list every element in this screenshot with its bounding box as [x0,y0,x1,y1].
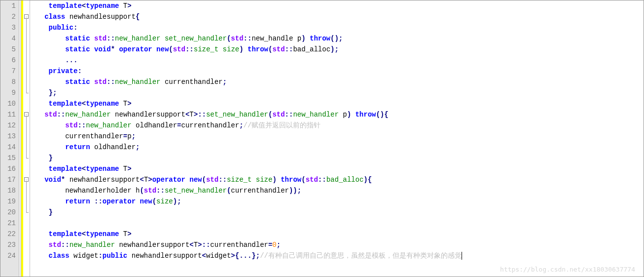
line-number: 15 [3,153,16,163]
line-number: 16 [3,163,16,174]
line-number: 3 [3,22,16,33]
line-number: 12 [3,120,16,131]
code-line[interactable]: }; [32,87,644,98]
line-number: 1 [3,0,16,11]
line-number: 10 [3,98,16,109]
line-number: 13 [3,131,16,142]
code-line[interactable]: std::new_handler oldhandler=currenthandl… [32,120,644,131]
watermark: https://blog.csdn.net/xx18030637774 [500,266,635,273]
code-line[interactable]: std::new_handler newhandlersupport<T>::s… [32,109,644,120]
code-line[interactable]: static std::new_handler currenthandler; [32,77,644,87]
line-number: 17 [3,174,16,185]
fold-toggle[interactable]: - [24,14,29,19]
line-number: 6 [3,55,16,66]
code-line[interactable]: void* newhandlersupport<T>operator new(s… [32,174,644,185]
line-number: 4 [3,33,16,44]
line-number: 24 [3,250,16,261]
line-number: 11 [3,109,16,120]
line-number: 2 [3,11,16,22]
line-gutter: 123456789101112131415161718192021222324 [0,0,19,277]
line-number: 20 [3,207,16,218]
code-line[interactable]: } [32,153,644,163]
code-line[interactable]: template<typename T> [32,163,644,174]
fold-column[interactable]: --- [23,0,30,277]
line-number: 7 [3,66,16,77]
fold-toggle[interactable]: - [24,177,29,182]
line-number: 8 [3,77,16,87]
code-line[interactable]: ... [32,55,644,66]
code-line[interactable]: return oldhandler; [32,142,644,153]
text-cursor [462,252,462,260]
code-line[interactable]: public: [32,22,644,33]
line-number: 14 [3,142,16,153]
code-area[interactable]: template<typename T> class newhandlesupp… [30,0,644,277]
code-line[interactable]: template<typename T> [32,98,644,109]
code-line[interactable]: private: [32,66,644,77]
code-line[interactable] [32,218,644,229]
line-number: 5 [3,44,16,55]
code-line[interactable]: class newhandlesupport{ [32,11,644,22]
line-number: 19 [3,196,16,207]
code-line[interactable]: } [32,207,644,218]
code-editor: 123456789101112131415161718192021222324 … [0,0,644,277]
code-line[interactable]: template<typename T> [32,229,644,239]
code-line[interactable]: std::new_handler newhandlersupport<T>::c… [32,239,644,250]
line-number: 23 [3,239,16,250]
code-line[interactable]: newhandlerholder h(std::set_new_handler(… [32,185,644,196]
code-line[interactable]: class widget:public newhandlersupport<wi… [32,250,644,261]
code-line[interactable]: template<typename T> [32,0,644,11]
line-number: 18 [3,185,16,196]
line-number: 9 [3,87,16,98]
line-number: 21 [3,218,16,229]
line-number: 22 [3,229,16,239]
code-line[interactable]: return ::operator new(size); [32,196,644,207]
fold-toggle[interactable]: - [24,112,29,117]
code-line[interactable]: static std::new_handler set_new_handler(… [32,33,644,44]
code-line[interactable]: currenthandler=p; [32,131,644,142]
code-line[interactable]: static void* operator new(std::size_t si… [32,44,644,55]
